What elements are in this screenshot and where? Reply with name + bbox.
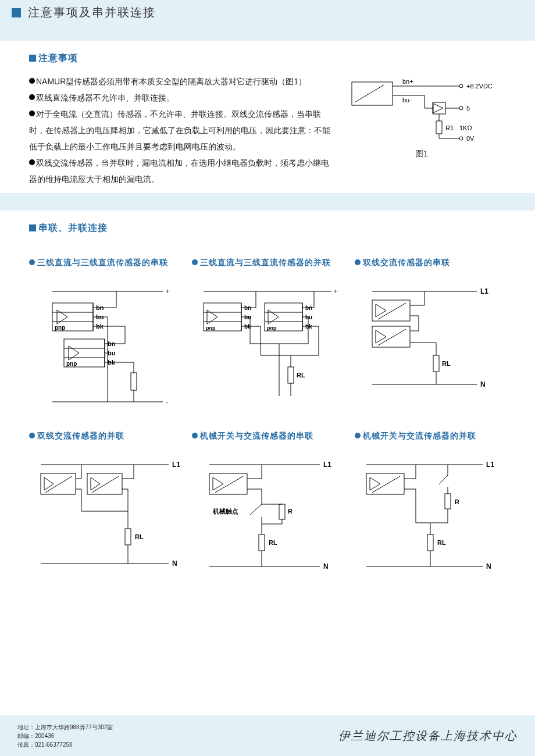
label-l1: L1	[323, 461, 331, 469]
label-n: N	[172, 559, 177, 568]
diagram-title: 三线直流与三线直流传感器的串联	[37, 258, 168, 267]
footer-contact: 地址：上海市大华路988弄77号302室 邮编：200436 传真：021-66…	[17, 723, 113, 749]
svg-rect-12	[436, 121, 442, 134]
page-footer: 地址：上海市大华路988弄77号302室 邮编：200436 传真：021-66…	[0, 715, 535, 756]
label-r: R	[288, 508, 293, 515]
footer-company: 伊兰迪尔工控设备上海技术中心	[338, 728, 518, 744]
label-bn: bn	[96, 304, 104, 311]
label-bn: bn	[244, 305, 251, 311]
bullet-icon	[29, 159, 35, 165]
svg-line-111	[215, 476, 243, 493]
label-pnp: pnp	[206, 325, 216, 331]
label-n: N	[480, 380, 486, 388]
label-plus: +	[334, 287, 338, 295]
mid-spacer	[0, 193, 535, 211]
figure-1-label: 图1	[349, 149, 494, 159]
label-n: N	[486, 562, 491, 570]
label-l1: L1	[172, 461, 180, 469]
svg-line-134	[439, 475, 448, 484]
notes-heading: 注意事项	[29, 52, 506, 65]
svg-rect-92	[87, 473, 122, 494]
square-marker-icon	[29, 224, 36, 231]
label-bn: bn	[305, 305, 312, 311]
header-marker-icon	[12, 8, 21, 17]
figure-1: bn+ bu- +8.2VDC 5 R1 1KΩ 0V 图1	[349, 73, 494, 159]
dot-icon	[192, 433, 198, 438]
label-minus: -	[166, 398, 168, 406]
diagram-3wire-dc-series: 三线直流与三线直流传感器的串联	[29, 258, 180, 413]
diagram-title: 机械开关与交流传感器的并联	[363, 431, 476, 440]
diagram-2wire-ac-series: 双线交流传感器的串联 L1	[355, 258, 506, 413]
label-r: R	[455, 498, 459, 505]
svg-line-81	[378, 329, 406, 345]
label-rl: RL	[437, 539, 446, 546]
label-bn: bn	[108, 340, 116, 347]
footer-address: 上海市大华路988弄77号302室	[35, 724, 113, 730]
fig1-v82: +8.2VDC	[466, 83, 493, 90]
label-l1: L1	[480, 287, 488, 295]
footer-zip: 200436	[35, 733, 54, 739]
connections-section: 串联、并联连接 三线直流与三线直流传感器的串联	[0, 211, 535, 587]
svg-rect-79	[372, 326, 410, 347]
svg-line-128	[372, 476, 400, 493]
label-rl: RL	[442, 360, 451, 367]
svg-line-94	[92, 476, 119, 493]
bullet-icon	[29, 94, 35, 100]
label-pnp: pnp	[66, 361, 77, 367]
label-bu: bu	[96, 313, 104, 320]
square-marker-icon	[29, 55, 36, 62]
label-bk: bk	[305, 323, 312, 330]
diagram-2wire-ac-parallel: 双线交流传感器的并联	[29, 431, 180, 581]
svg-rect-136	[445, 494, 451, 509]
svg-line-1	[355, 85, 384, 102]
svg-marker-7	[433, 104, 443, 113]
connections-heading-text: 串联、并联连接	[38, 223, 108, 233]
label-rl: RL	[135, 533, 144, 540]
svg-rect-126	[366, 473, 404, 494]
label-n: N	[323, 562, 329, 570]
figure-1-svg: bn+ bu- +8.2VDC 5 R1 1KΩ 0V	[349, 73, 494, 143]
svg-rect-89	[41, 473, 76, 494]
svg-point-15	[459, 137, 463, 140]
svg-rect-72	[372, 300, 410, 321]
svg-line-91	[45, 476, 72, 493]
note-item: 双线直流传感器不允许串、并联连接。	[36, 93, 174, 102]
bullet-icon	[29, 110, 35, 116]
svg-rect-0	[352, 82, 393, 105]
diagram-3wire-dc-parallel: 三线直流与三线直流传感器的并联	[192, 258, 343, 413]
label-rl: RL	[269, 539, 277, 546]
svg-rect-37	[131, 373, 137, 390]
page-title: 注意事项及串并联连接	[28, 6, 156, 19]
label-pnp: pnp	[267, 325, 277, 331]
svg-rect-140	[427, 534, 433, 551]
fig1-bu: bu-	[402, 97, 412, 104]
dot-icon	[355, 259, 361, 265]
label-bk: bk	[244, 323, 251, 330]
note-item: 双线交流传感器，当并联时，漏电流相加，在选用小继电器负载时，须考虑小继电器的维持…	[29, 158, 329, 184]
notes-heading-text: 注意事项	[38, 53, 78, 63]
label-bu: bu	[244, 314, 251, 320]
page-header: 注意事项及串并联连接	[0, 0, 535, 23]
dot-icon	[192, 259, 198, 265]
fig1-r1: R1	[445, 124, 454, 131]
label-rl: RL	[297, 372, 305, 379]
connections-heading: 串联、并联连接	[29, 222, 506, 234]
footer-fax: 021-66377258	[35, 741, 73, 748]
label-bk: bk	[108, 359, 116, 366]
diagram-mech-ac-series: 机械开关与交流传感器的串联	[192, 431, 343, 581]
note-item: NAMUR型传感器必须用带有本质安全型的隔离放大器对它进行驱动（图1）	[36, 77, 306, 86]
svg-line-74	[378, 303, 406, 319]
dot-icon	[29, 259, 35, 265]
diagram-mech-ac-parallel: 机械开关与交流传感器的并联	[355, 431, 506, 581]
label-bu: bu	[305, 314, 312, 320]
label-pnp: pnp	[55, 324, 65, 331]
svg-line-116	[250, 504, 262, 515]
svg-rect-105	[125, 529, 131, 545]
label-plus: +	[166, 287, 170, 295]
footer-address-label: 地址：	[17, 724, 35, 730]
diagram-title: 双线交流传感器的串联	[363, 258, 450, 267]
notes-body: NAMUR型传感器必须用带有本质安全型的隔离放大器对它进行驱动（图1） 双线直流…	[29, 73, 331, 187]
diagram-title: 三线直流与三线直流传感器的并联	[200, 258, 331, 267]
svg-marker-127	[370, 477, 380, 490]
svg-rect-85	[433, 355, 439, 372]
